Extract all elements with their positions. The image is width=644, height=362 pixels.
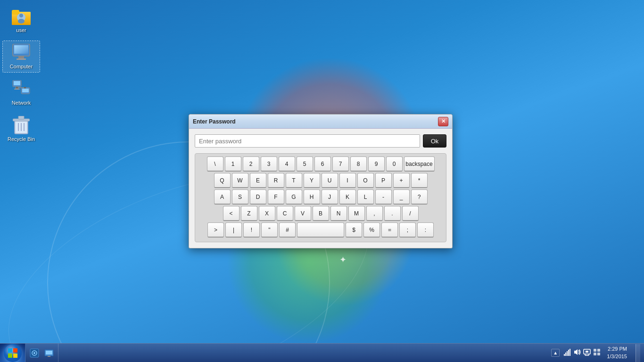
key-pipe[interactable]: |	[225, 222, 242, 238]
key-s[interactable]: S	[232, 189, 248, 205]
key-quote[interactable]: "	[261, 222, 278, 238]
key-x[interactable]: X	[259, 206, 275, 221]
key-3[interactable]: 3	[261, 156, 277, 172]
svg-rect-41	[570, 349, 570, 356]
key-q[interactable]: Q	[214, 173, 231, 188]
svg-rect-8	[14, 45, 28, 54]
svg-point-18	[16, 87, 18, 89]
quick-show-desktop[interactable]	[42, 346, 56, 360]
key-backslash[interactable]: \	[207, 156, 223, 172]
key-equals[interactable]: =	[381, 222, 398, 238]
key-a[interactable]: A	[214, 189, 231, 205]
svg-rect-27	[8, 348, 12, 353]
key-l[interactable]: L	[357, 189, 374, 205]
key-z[interactable]: Z	[241, 206, 257, 221]
key-exclaim[interactable]: !	[243, 222, 260, 238]
tray-icon-volume[interactable]	[573, 348, 581, 357]
keyboard-row-4: < Z X C V B N M , . /	[198, 206, 443, 221]
key-t[interactable]: T	[286, 173, 302, 188]
tray-icon-network2[interactable]	[583, 348, 591, 357]
key-9[interactable]: 9	[368, 156, 385, 172]
key-d[interactable]: D	[250, 189, 266, 205]
ok-button[interactable]: Ok	[423, 134, 446, 148]
key-n[interactable]: N	[330, 206, 347, 221]
key-b[interactable]: B	[313, 206, 329, 221]
notification-chevron[interactable]: ▲	[551, 349, 560, 357]
key-underscore[interactable]: _	[393, 189, 410, 205]
dialog-close-button[interactable]: ✕	[438, 117, 448, 126]
svg-rect-30	[13, 354, 17, 358]
taskbar: ▲	[0, 343, 644, 362]
show-desktop-button[interactable]	[636, 344, 640, 362]
key-colon[interactable]: :	[417, 222, 434, 238]
key-j[interactable]: J	[322, 189, 338, 205]
key-f[interactable]: F	[268, 189, 284, 205]
key-w[interactable]: W	[232, 173, 248, 188]
key-percent[interactable]: %	[363, 222, 380, 238]
desktop-icon-recycle-bin[interactable]: Recycle Bin	[2, 114, 40, 145]
quick-media-center[interactable]	[28, 346, 41, 360]
svg-rect-50	[594, 353, 596, 355]
key-r[interactable]: R	[268, 173, 284, 188]
key-c[interactable]: C	[277, 206, 293, 221]
svg-rect-36	[48, 356, 50, 357]
windows-logo-icon	[8, 348, 18, 358]
tray-icon-extra[interactable]	[593, 348, 601, 357]
key-4[interactable]: 4	[279, 156, 295, 172]
key-slash[interactable]: /	[402, 206, 419, 221]
key-0[interactable]: 0	[386, 156, 403, 172]
key-question[interactable]: ?	[411, 189, 428, 205]
dialog-titlebar: Enter Password ✕	[189, 115, 452, 129]
key-gt[interactable]: >	[207, 222, 224, 238]
svg-rect-29	[8, 354, 12, 358]
key-comma[interactable]: ,	[366, 206, 383, 221]
key-asterisk[interactable]: *	[411, 173, 428, 188]
clock[interactable]: 2:29 PM 1/3/2015	[604, 345, 629, 361]
desktop-icon-computer[interactable]: Computer	[2, 41, 40, 73]
key-u[interactable]: U	[322, 173, 338, 188]
svg-point-19	[24, 87, 26, 89]
key-hash[interactable]: #	[279, 222, 296, 238]
recycle-bin-icon	[12, 116, 31, 135]
key-y[interactable]: Y	[304, 173, 320, 188]
key-k[interactable]: K	[339, 189, 356, 205]
svg-rect-14	[14, 89, 20, 90]
key-7[interactable]: 7	[332, 156, 349, 172]
key-period[interactable]: .	[384, 206, 401, 221]
key-5[interactable]: 5	[297, 156, 313, 172]
tray-icon-network[interactable]	[563, 348, 571, 357]
key-i[interactable]: I	[339, 173, 356, 188]
key-o[interactable]: O	[357, 173, 374, 188]
key-8[interactable]: 8	[350, 156, 367, 172]
key-2[interactable]: 2	[243, 156, 259, 172]
key-backspace[interactable]: backspace	[404, 156, 435, 172]
desktop-icon-user[interactable]: user	[2, 5, 40, 36]
key-m[interactable]: M	[348, 206, 365, 221]
key-dollar[interactable]: $	[346, 222, 362, 238]
password-input[interactable]	[195, 134, 420, 148]
key-lt[interactable]: <	[223, 206, 239, 221]
virtual-keyboard: \ 1 2 3 4 5 6 7 8 9 0 backspace Q W	[195, 153, 446, 242]
svg-point-33	[33, 352, 35, 354]
key-v[interactable]: V	[295, 206, 311, 221]
key-p[interactable]: P	[375, 173, 392, 188]
user-icon-label: user	[16, 27, 26, 33]
start-button[interactable]	[0, 344, 25, 362]
key-1[interactable]: 1	[225, 156, 241, 172]
dialog-body: Ok \ 1 2 3 4 5 6 7 8 9 0 backspace	[189, 129, 452, 248]
show-desktop-icon	[44, 348, 54, 358]
clock-time: 2:29 PM	[608, 346, 627, 353]
desktop-icon-network[interactable]: Network	[2, 77, 40, 108]
key-semicolon[interactable]: ;	[399, 222, 416, 238]
key-plus[interactable]: +	[393, 173, 410, 188]
media-center-icon	[30, 348, 39, 358]
key-space[interactable]	[297, 222, 344, 238]
key-dash[interactable]: -	[375, 189, 392, 205]
key-h[interactable]: H	[304, 189, 320, 205]
key-6[interactable]: 6	[314, 156, 331, 172]
key-g[interactable]: G	[286, 189, 302, 205]
key-e[interactable]: E	[250, 173, 266, 188]
recycle-bin-icon-label: Recycle Bin	[8, 136, 35, 142]
svg-rect-35	[46, 351, 52, 354]
taskbar-items	[58, 344, 63, 362]
